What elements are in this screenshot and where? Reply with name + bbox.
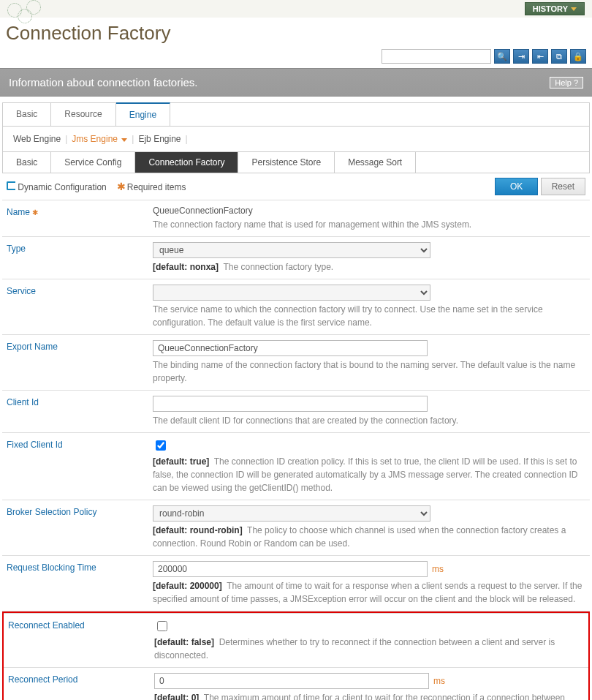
checkbox-fixed-client-id[interactable] [156, 440, 166, 451]
subtab-web-engine[interactable]: Web Engine [13, 134, 61, 144]
subtab-ejb-engine[interactable]: Ejb Engine [138, 134, 181, 144]
row-service: Service The service name to which the co… [2, 279, 590, 334]
form: Name QueueConnectionFactory The connecti… [2, 200, 590, 611]
legend-row: Dynamic Configuration ✱Required items OK… [2, 173, 590, 200]
chevron-down-icon [571, 7, 577, 11]
label-type: Type [7, 242, 153, 274]
tab3-persistence-store[interactable]: Persistence Store [238, 152, 335, 173]
search-icon[interactable]: 🔍 [494, 49, 510, 64]
highlighted-section: Reconnect Enabled [default: false] Deter… [2, 611, 590, 700]
reset-button[interactable]: Reset [541, 178, 585, 195]
select-service[interactable] [153, 285, 430, 301]
label-reconnect-enabled: Reconnect Enabled [8, 619, 154, 662]
label-fixed-client-id: Fixed Client Id [7, 438, 153, 494]
tabs-level1: Basic Resource Engine [2, 102, 590, 127]
label-service: Service [7, 285, 153, 329]
history-button[interactable]: HISTORY [525, 2, 585, 15]
tab3-service-config[interactable]: Service Config [51, 152, 135, 173]
dynamic-icon [7, 181, 15, 190]
input-client-id[interactable] [153, 396, 428, 412]
tab3-message-sort[interactable]: Message Sort [335, 152, 416, 173]
select-broker-policy[interactable]: round-robin [153, 505, 430, 522]
label-broker-policy: Broker Selection Policy [7, 505, 153, 550]
toolbar: 🔍 ⇥ ⇤ ⧉ 🔒 [0, 48, 592, 68]
info-text: Information about connection factories. [9, 76, 198, 89]
row-fixed-client-id: Fixed Client Id [default: true] The conn… [2, 432, 590, 500]
row-export-name: Export Name The binding name of the conn… [2, 334, 590, 390]
unit-ms: ms [432, 564, 444, 574]
subtab-jms-engine[interactable]: Jms Engine [72, 134, 127, 144]
row-client-id: Client Id The default client ID for conn… [2, 390, 590, 432]
tab-basic[interactable]: Basic [3, 103, 51, 126]
row-request-blocking-time: Request Blocking Time ms [default: 20000… [2, 555, 590, 611]
input-export-name[interactable] [153, 340, 428, 356]
tab-engine[interactable]: Engine [116, 102, 170, 126]
select-type[interactable]: queue [153, 242, 430, 258]
row-reconnect-period: Reconnect Period ms [default: 0] The max… [4, 667, 588, 700]
help-button[interactable]: Help ? [550, 77, 583, 89]
import-icon[interactable]: ⇥ [513, 49, 529, 64]
chevron-down-icon [121, 138, 127, 142]
tab-resource[interactable]: Resource [51, 103, 115, 126]
value-name: QueueConnectionFactory [153, 206, 585, 216]
row-name: Name QueueConnectionFactory The connecti… [2, 200, 590, 236]
input-reconnect-period[interactable] [154, 673, 429, 689]
label-request-blocking-time: Request Blocking Time [7, 561, 153, 606]
input-request-blocking-time[interactable] [153, 561, 428, 577]
label-name: Name [7, 206, 153, 231]
row-broker-policy: Broker Selection Policy round-robin [def… [2, 500, 590, 555]
tab3-connection-factory[interactable]: Connection Factory [135, 152, 238, 173]
tabs-level3: Basic Service Config Connection Factory … [2, 151, 590, 173]
export-xml-icon[interactable]: ⇤ [532, 49, 548, 64]
search-input[interactable] [382, 49, 491, 64]
required-legend: ✱Required items [117, 181, 186, 192]
row-reconnect-enabled: Reconnect Enabled [default: false] Deter… [4, 613, 588, 667]
topbar: HISTORY [0, 0, 592, 18]
unit-ms: ms [433, 676, 445, 686]
info-bar: Information about connection factories. … [0, 68, 592, 97]
lock-icon[interactable]: 🔒 [570, 49, 586, 64]
desc-name: The connection factory name that is used… [153, 218, 585, 231]
label-export-name: Export Name [7, 340, 153, 385]
label-reconnect-period: Reconnect Period [8, 673, 154, 700]
required-icon: ✱ [117, 181, 126, 192]
history-label: HISTORY [533, 4, 568, 13]
subtabs: Web Engine | Jms Engine | Ejb Engine | [2, 127, 590, 151]
row-type: Type queue [default: nonxa] The connecti… [2, 236, 590, 279]
page-title: Connection Factory [6, 22, 592, 45]
tab3-basic[interactable]: Basic [3, 152, 51, 173]
dynamic-config-legend: Dynamic Configuration [7, 181, 107, 192]
ok-button[interactable]: OK [495, 178, 538, 195]
xml-icon[interactable]: ⧉ [551, 49, 567, 64]
label-client-id: Client Id [7, 396, 153, 427]
checkbox-reconnect-enabled[interactable] [157, 621, 167, 631]
